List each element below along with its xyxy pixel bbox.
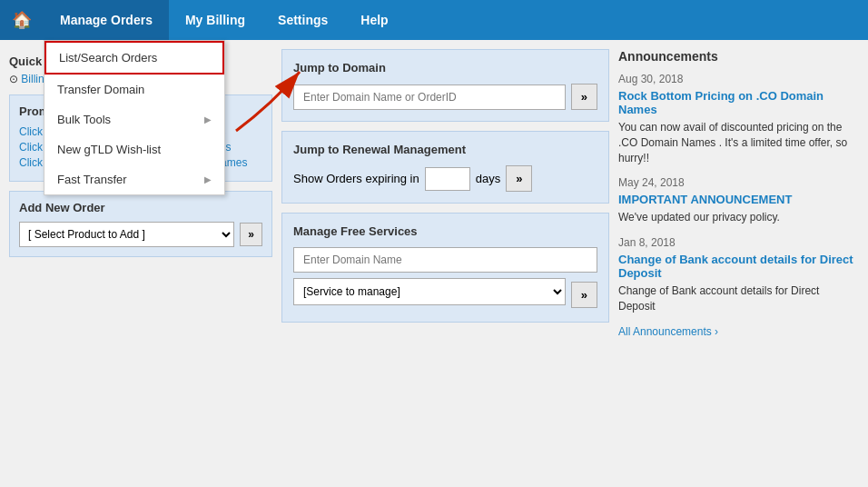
jump-domain-box: Jump to Domain » — [281, 49, 609, 122]
announcement-text-3: Change of Bank account details for Direc… — [618, 283, 859, 314]
announcement-date-3: Jan 8, 2018 — [618, 236, 859, 249]
announcement-text-1: You can now avail of discounted pricing … — [618, 120, 859, 165]
announcement-link-2[interactable]: IMPORTANT ANNOUNCEMENT — [618, 193, 859, 206]
jump-domain-go-button[interactable]: » — [571, 84, 597, 110]
add-order-go-button[interactable]: » — [240, 223, 262, 246]
right-panel: Announcements Aug 30, 2018 Rock Bottom P… — [618, 49, 859, 338]
free-services-box: Manage Free Services [Service to manage]… — [281, 213, 609, 323]
dropdown-bulk-tools[interactable]: Bulk Tools ▶ — [44, 104, 224, 134]
show-orders-label: Show Orders expiring in — [293, 172, 419, 185]
jump-domain-row: » — [293, 84, 597, 110]
announcements-title: Announcements — [618, 49, 859, 64]
nav-help[interactable]: Help — [344, 0, 404, 40]
jump-renewal-row: Show Orders expiring in days » — [293, 165, 597, 192]
jump-renewal-box: Jump to Renewal Management Show Orders e… — [281, 131, 609, 204]
add-order-title: Add New Order — [19, 201, 262, 214]
dropdown-fast-transfer[interactable]: Fast Transfer ▶ — [44, 164, 224, 194]
free-services-domain-input[interactable] — [293, 247, 597, 273]
top-nav: 🏠 Manage Orders List/Search Orders Trans… — [0, 0, 868, 40]
bulk-tools-arrow: ▶ — [204, 114, 212, 124]
announcement-text-2: We've updated our privacy policy. — [618, 210, 859, 225]
nav-settings[interactable]: Settings — [261, 0, 344, 40]
jump-domain-title: Jump to Domain — [293, 61, 597, 75]
home-button[interactable]: 🏠 — [0, 0, 44, 40]
announcement-link-1[interactable]: Rock Bottom Pricing on .CO Domain Names — [618, 89, 859, 116]
add-order-section: Add New Order [ Select Product to Add ] … — [9, 191, 272, 257]
add-order-row: [ Select Product to Add ] » — [19, 222, 262, 247]
announcement-link-3[interactable]: Change of Bank account details for Direc… — [618, 253, 859, 280]
jump-renewal-go-button[interactable]: » — [506, 165, 532, 192]
dropdown-list-search[interactable]: List/Search Orders — [44, 41, 224, 75]
dropdown-gtld[interactable]: New gTLD Wish-list — [44, 134, 224, 164]
days-label: days — [476, 172, 500, 185]
fast-transfer-arrow: ▶ — [204, 174, 212, 184]
dropdown-transfer-domain[interactable]: Transfer Domain — [44, 75, 224, 104]
manage-orders-dropdown: List/Search Orders Transfer Domain Bulk … — [44, 40, 225, 195]
product-select[interactable]: [ Select Product to Add ] — [19, 222, 234, 247]
announcement-date-2: May 24, 2018 — [618, 176, 859, 189]
free-services-service-row: [Service to manage] » — [293, 278, 597, 311]
announcement-date-1: Aug 30, 2018 — [618, 73, 859, 85]
jump-domain-input[interactable] — [293, 84, 566, 110]
days-input[interactable] — [425, 167, 470, 191]
center-panel: Jump to Domain » Jump to Renewal Managem… — [281, 49, 609, 338]
service-select[interactable]: [Service to manage] — [293, 278, 566, 305]
nav-my-billing[interactable]: My Billing — [169, 0, 261, 40]
free-services-go-button[interactable]: » — [571, 282, 597, 308]
all-announcements-link[interactable]: All Announcements › — [618, 325, 859, 338]
free-services-title: Manage Free Services — [293, 224, 597, 238]
nav-manage-orders[interactable]: Manage Orders List/Search Orders Transfe… — [44, 0, 169, 40]
jump-renewal-title: Jump to Renewal Management — [293, 143, 597, 156]
